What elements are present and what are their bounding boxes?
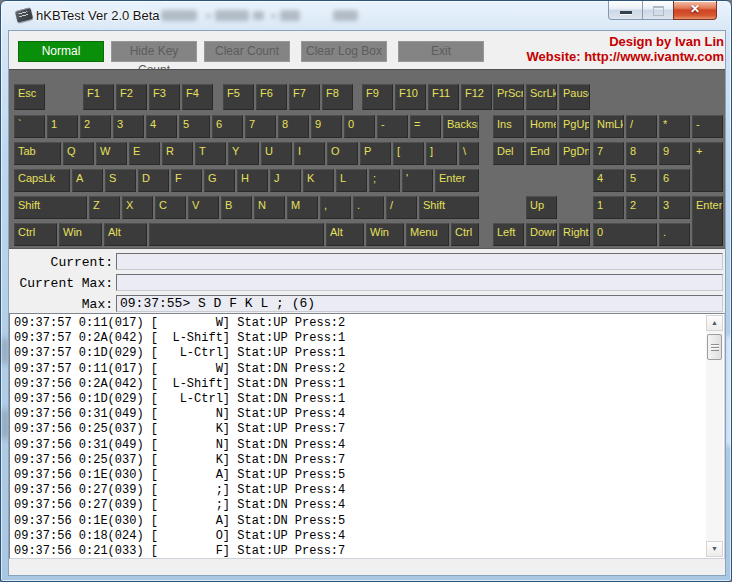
key-down: Down [526, 223, 557, 246]
key-7: 7 [593, 142, 624, 165]
key-e: E [129, 142, 160, 165]
key-8: 8 [626, 142, 657, 165]
key-sym: \ [459, 142, 479, 165]
key-del: Del [493, 142, 524, 165]
log-line: 09:37:57 0:2A(042) [ L-Shift] Stat:UP Pr… [14, 331, 705, 346]
max-field[interactable]: 09:37:55> S D F K L ; (6) [116, 295, 723, 312]
key-up: Up [526, 196, 557, 219]
key-p: P [360, 142, 391, 165]
key-shift: Shift [419, 196, 479, 219]
log-line: 09:37:56 0:1D(029) [ L-Ctrl] Stat:DN Pre… [14, 392, 705, 407]
log-box[interactable]: 09:37:57 0:11(017) [ W] Stat:UP Press:20… [9, 313, 725, 559]
key-c: C [155, 196, 186, 219]
key-home: Home [526, 115, 557, 138]
arrow-up-icon: ▲ [711, 319, 718, 326]
key-u: U [261, 142, 292, 165]
toolbar-button-normal[interactable]: Normal [18, 41, 104, 62]
log-line: 09:37:57 0:11(017) [ W] Stat:UP Press:2 [14, 316, 705, 331]
key-space [149, 223, 324, 246]
key-enter: Enter [692, 196, 723, 246]
key-f7: F7 [289, 84, 320, 110]
close-button[interactable]: ✕ [673, 1, 717, 20]
redacted-title-text [333, 10, 358, 21]
key-f11: F11 [428, 84, 459, 110]
vertical-scrollbar[interactable]: ▲ ▼ [706, 315, 723, 557]
key-sym: - [692, 115, 723, 138]
key-ctrl: Ctrl [451, 223, 479, 246]
titlebar[interactable]: hKBTest Ver 2.0 Beta ✕ [1, 1, 732, 31]
minimize-button[interactable] [608, 1, 643, 20]
key-z: Z [89, 196, 120, 219]
key-pause: Pause [559, 84, 590, 110]
minimize-icon [620, 11, 632, 14]
toolbar-button-clear-log-box[interactable]: Clear Log Box [301, 41, 387, 62]
key-9: 9 [311, 115, 342, 138]
key-f10: F10 [395, 84, 426, 110]
key-d: D [138, 169, 169, 192]
current-field[interactable] [116, 253, 723, 270]
log-line: 09:37:56 0:31(049) [ N] Stat:DN Press:4 [14, 438, 705, 453]
redacted-title-separator [271, 14, 276, 18]
key-1: 1 [593, 196, 624, 219]
log-line: 09:37:56 0:27(039) [ ;] Stat:DN Press:4 [14, 498, 705, 513]
key-k: K [303, 169, 334, 192]
grip-icon [711, 344, 719, 351]
key-v: V [188, 196, 219, 219]
border-artifact [2, 409, 8, 439]
key-sym: ' [402, 169, 433, 192]
key-f6: F6 [256, 84, 287, 110]
toolbar-button-exit[interactable]: Exit [398, 41, 484, 62]
key-3: 3 [659, 196, 690, 219]
log-line: 09:37:56 0:27(039) [ ;] Stat:UP Press:4 [14, 483, 705, 498]
key-tab: Tab [14, 142, 61, 165]
key-f2: F2 [116, 84, 147, 110]
key-7: 7 [245, 115, 276, 138]
redacted-title-separator [206, 14, 211, 18]
key-i: I [294, 142, 325, 165]
keyboard-panel: EscF1F2F3F4F5F6F7F8F9F10F11F12PrScrScrLk… [9, 69, 725, 249]
key-left: Left [493, 223, 524, 246]
scroll-thumb[interactable] [707, 334, 722, 360]
key-b: B [221, 196, 252, 219]
border-artifact [2, 338, 8, 364]
log-line: 09:37:56 0:21(033) [ F] Stat:UP Press:7 [14, 544, 705, 558]
log-line: 09:37:56 0:1E(030) [ A] Stat:UP Press:5 [14, 468, 705, 483]
key-menu: Menu [406, 223, 449, 246]
key-n: N [254, 196, 285, 219]
key-0: 0 [593, 223, 657, 246]
key-sym: . [659, 223, 690, 246]
toolbar-button-clear-count[interactable]: Clear Count [204, 41, 290, 62]
redacted-title-text [280, 10, 300, 21]
key-6: 6 [212, 115, 243, 138]
key-enter: Enter [435, 169, 479, 192]
key-sym: / [386, 196, 417, 219]
scroll-up-button[interactable]: ▲ [706, 315, 723, 331]
close-icon: ✕ [674, 2, 716, 16]
key-6: 6 [659, 169, 690, 192]
app-icon [15, 7, 33, 23]
key-m: M [287, 196, 318, 219]
border-artifact [726, 336, 732, 446]
key-f5: F5 [223, 84, 254, 110]
log-lines: 09:37:57 0:11(017) [ W] Stat:UP Press:20… [14, 316, 705, 558]
key-a: A [72, 169, 103, 192]
key-sym: [ [393, 142, 424, 165]
maximize-button[interactable] [643, 1, 673, 20]
key-q: Q [63, 142, 94, 165]
key-scrlk: ScrLk [526, 84, 557, 110]
key-esc: Esc [14, 84, 45, 110]
credit-website-line: Website: http://www.ivantw.com [527, 49, 724, 64]
current-max-field[interactable] [116, 274, 723, 291]
key-3: 3 [113, 115, 144, 138]
key-sym: , [320, 196, 351, 219]
key-o: O [327, 142, 358, 165]
redacted-title-text [161, 10, 197, 21]
scroll-down-button[interactable]: ▼ [706, 541, 723, 557]
maximize-icon [653, 6, 664, 16]
redacted-title-text [253, 11, 264, 20]
log-line: 09:37:56 0:25(037) [ K] Stat:UP Press:7 [14, 422, 705, 437]
log-line: 09:37:56 0:25(037) [ K] Stat:DN Press:7 [14, 453, 705, 468]
key-w: W [96, 142, 127, 165]
toolbar-button-hide-key-count[interactable]: Hide Key Count [111, 41, 197, 62]
key-sym: ` [14, 115, 45, 138]
